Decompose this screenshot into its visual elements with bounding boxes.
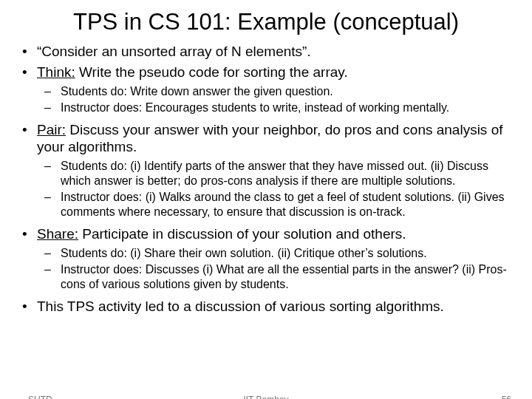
pair-text: Discuss your answer with your neighbor, … — [37, 122, 503, 155]
share-sublist: Students do: (i) Share their own solutio… — [37, 246, 514, 292]
pair-instructor-does: Instructor does: (i) Walks around the cl… — [58, 190, 514, 219]
think-text: Write the pseudo code for sorting the ar… — [75, 64, 348, 80]
sub-text: Students do: (i) Identify parts of the a… — [61, 160, 488, 187]
think-label: Think: — [37, 64, 75, 80]
bullet-pair: Pair: Discuss your answer with your neig… — [34, 121, 514, 220]
share-students-do: Students do: (i) Share their own solutio… — [58, 246, 514, 261]
sub-text: Instructor does: Encourages students to … — [61, 101, 449, 114]
think-students-do: Students do: Write down answer the given… — [58, 84, 514, 99]
pair-students-do: Students do: (i) Identify parts of the a… — [58, 159, 514, 188]
bullet-share: Share: Participate in discussion of your… — [34, 225, 514, 292]
bullet-conclusion: This TPS activity led to a discussion of… — [34, 298, 514, 316]
pair-label: Pair: — [37, 122, 66, 137]
sub-text: Instructor does: Discusses (i) What are … — [61, 263, 507, 290]
share-label: Share: — [37, 226, 78, 242]
slide: TPS in CS 101: Example (conceptual) “Con… — [0, 0, 532, 399]
bullet-think: Think: Write the pseudo code for sorting… — [34, 64, 514, 115]
footer-right: 56 — [502, 395, 511, 399]
share-text: Participate in discussion of your soluti… — [78, 226, 406, 242]
bullet-text: This TPS activity led to a discussion of… — [37, 299, 444, 314]
sub-text: Students do: Write down answer the given… — [61, 85, 333, 98]
share-instructor-does: Instructor does: Discusses (i) What are … — [58, 262, 514, 292]
bullet-list: “Consider an unsorted array of N element… — [18, 43, 514, 316]
bullet-consider: “Consider an unsorted array of N element… — [34, 43, 514, 61]
pair-sublist: Students do: (i) Identify parts of the a… — [37, 159, 514, 219]
sub-text: Students do: (i) Share their own solutio… — [61, 247, 427, 259]
think-instructor-does: Instructor does: Encourages students to … — [58, 100, 514, 115]
footer-center: IIT Bombay — [0, 395, 532, 399]
bullet-text: “Consider an unsorted array of N element… — [37, 44, 311, 59]
think-sublist: Students do: Write down answer the given… — [37, 84, 514, 115]
sub-text: Instructor does: (i) Walks around the cl… — [61, 191, 505, 218]
slide-title: TPS in CS 101: Example (conceptual) — [18, 9, 514, 35]
